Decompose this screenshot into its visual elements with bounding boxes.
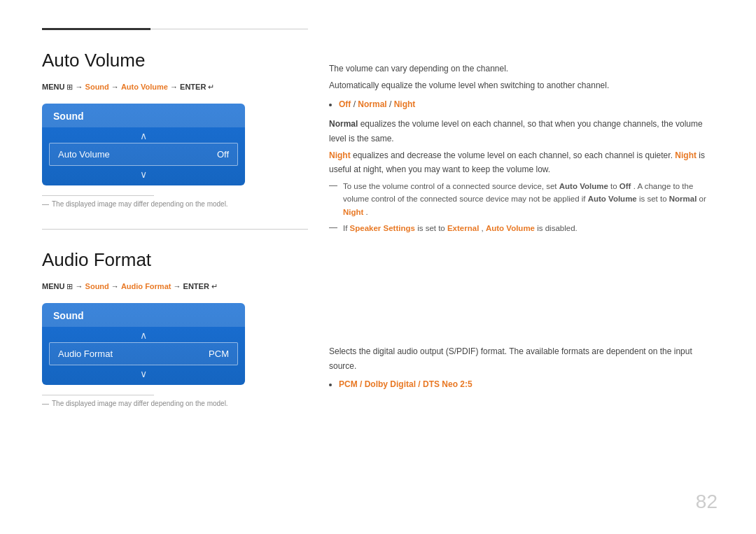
auto-volume-desc2: Automatically equalize the volume level … bbox=[329, 78, 721, 92]
para2-text1: equalizes and decrease the volume level … bbox=[351, 150, 676, 160]
note-row-2: — If Speaker Settings is set to External… bbox=[329, 222, 721, 234]
option-night: Night bbox=[394, 99, 416, 109]
menu-autovolume-link: Auto Volume bbox=[121, 83, 168, 91]
footnote-divider-1 bbox=[42, 195, 154, 196]
option-off: Off bbox=[339, 99, 351, 109]
note1-b4: Normal bbox=[669, 195, 697, 203]
menu-audioformat-link: Audio Format bbox=[121, 282, 172, 290]
audio-format-section: Audio Format MENU ⊞ → Sound → Audio Form… bbox=[42, 249, 308, 407]
auto-volume-options: Off / Normal / Night bbox=[339, 97, 721, 111]
note2-b3: Auto Volume bbox=[486, 224, 535, 232]
footnote-divider-2 bbox=[42, 395, 154, 395]
footnote-text-2: The displayed image may differ depending… bbox=[52, 400, 228, 407]
right-column: The volume can vary depending on the cha… bbox=[329, 28, 721, 506]
note-row-1: — To use the volume control of a connect… bbox=[329, 180, 721, 218]
note-text-1: To use the volume control of a connected… bbox=[343, 180, 721, 218]
note2-t2: is set to bbox=[417, 224, 447, 232]
note1-t4: is set to bbox=[639, 195, 669, 203]
menu-enter: ENTER bbox=[180, 83, 206, 91]
tv-menu-row-label-1: Auto Volume bbox=[58, 149, 110, 160]
audio-format-options-list: PCM / Dolby Digital / DTS Neo 2:5 bbox=[339, 377, 721, 391]
menu-keyword-2: MENU bbox=[42, 282, 64, 290]
auto-volume-section: Auto Volume MENU ⊞ → Sound → Auto Volume… bbox=[42, 50, 308, 208]
audio-option-pcm: PCM / Dolby Digital / DTS Neo 2:5 bbox=[339, 379, 472, 389]
tv-menu-row-2: Audio Format PCM bbox=[49, 342, 238, 365]
top-line-dark bbox=[42, 28, 150, 30]
note1-t2: to bbox=[610, 182, 620, 190]
audio-format-tv-menu: Sound Audio Format PCM bbox=[42, 303, 245, 385]
auto-volume-title: Auto Volume bbox=[42, 50, 308, 71]
top-decoration bbox=[42, 28, 308, 30]
footnote-1: The displayed image may differ depending… bbox=[42, 200, 308, 208]
note2-t1: If bbox=[343, 224, 350, 232]
tv-menu-header-2: Sound bbox=[42, 303, 245, 327]
note1-t6: . bbox=[366, 208, 368, 216]
tv-menu-row-value-2: PCM bbox=[209, 349, 229, 359]
chevron-up-1 bbox=[42, 127, 245, 143]
auto-volume-tv-menu: Sound Auto Volume Off bbox=[42, 104, 245, 185]
section-divider bbox=[42, 229, 308, 230]
menu-icon: ⊞ → bbox=[66, 83, 85, 91]
audio-format-options: PCM / Dolby Digital / DTS Neo 2:5 bbox=[339, 377, 721, 391]
tv-menu-row-label-2: Audio Format bbox=[58, 349, 113, 359]
menu-arrow3: → bbox=[111, 282, 121, 290]
note1-t5: or bbox=[699, 195, 706, 203]
note1-b5: Night bbox=[343, 208, 363, 216]
auto-volume-menu-path: MENU ⊞ → Sound → Auto Volume → ENTER ↵ bbox=[42, 81, 308, 94]
note1-t1: To use the volume control of a connected… bbox=[343, 182, 559, 190]
auto-volume-para2: Night equalizes and decrease the volume … bbox=[329, 148, 721, 177]
menu-enter-icon: ↵ bbox=[208, 83, 214, 91]
note1-b3: Auto Volume bbox=[588, 195, 637, 203]
note2-b2: External bbox=[447, 224, 479, 232]
menu-enter-2: ENTER bbox=[183, 282, 209, 290]
option-sep2: / bbox=[389, 99, 394, 109]
page-number: 82 bbox=[696, 491, 718, 513]
chevron-down-1 bbox=[42, 166, 245, 181]
audio-format-desc: Selects the digital audio output (S/PDIF… bbox=[329, 344, 721, 397]
para1-text: equalizes the volume level on each chann… bbox=[329, 119, 703, 143]
footnote-2: The displayed image may differ depending… bbox=[42, 400, 308, 407]
note-text-2: If Speaker Settings is set to External ,… bbox=[343, 222, 578, 234]
menu-sound-link-2: Sound bbox=[85, 282, 109, 290]
audio-format-menu-path: MENU ⊞ → Sound → Audio Format → ENTER ↵ bbox=[42, 281, 308, 293]
para1-label: Normal bbox=[329, 119, 358, 129]
menu-arrow2: → bbox=[170, 83, 180, 91]
audio-format-title: Audio Format bbox=[42, 249, 308, 271]
auto-volume-desc1: The volume can vary depending on the cha… bbox=[329, 62, 721, 76]
chevron-down-2 bbox=[42, 365, 245, 381]
menu-arrow4: → bbox=[173, 282, 183, 290]
menu-sound-link: Sound bbox=[85, 83, 109, 91]
left-column: Auto Volume MENU ⊞ → Sound → Auto Volume… bbox=[42, 28, 308, 506]
tv-menu-row-1: Auto Volume Off bbox=[49, 143, 238, 166]
chevron-up-2 bbox=[42, 327, 245, 342]
note-dash-1: — bbox=[329, 181, 337, 190]
note2-t4: is disabled. bbox=[537, 224, 578, 232]
auto-volume-desc: The volume can vary depending on the cha… bbox=[329, 62, 721, 238]
para2-label: Night bbox=[329, 150, 351, 160]
tv-menu-header-1: Sound bbox=[42, 104, 245, 127]
audio-format-desc1: Selects the digital audio output (S/PDIF… bbox=[329, 344, 721, 373]
menu-keyword: MENU bbox=[42, 83, 64, 91]
tv-menu-row-value-1: Off bbox=[217, 149, 229, 160]
menu-arrow1: → bbox=[111, 83, 121, 91]
top-line-light bbox=[150, 29, 308, 29]
note2-b1: Speaker Settings bbox=[350, 224, 415, 232]
para2-night2: Night bbox=[675, 150, 696, 160]
note1-b2: Off bbox=[620, 182, 631, 190]
auto-volume-para1: Normal equalizes the volume level on eac… bbox=[329, 117, 721, 146]
auto-volume-options-list: Off / Normal / Night bbox=[339, 97, 721, 111]
note-dash-2: — bbox=[329, 223, 337, 232]
option-normal: Normal bbox=[358, 99, 386, 109]
note1-b1: Auto Volume bbox=[559, 182, 608, 190]
footnote-text-1: The displayed image may differ depending… bbox=[52, 200, 228, 208]
menu-enter-icon-2: ↵ bbox=[211, 282, 218, 290]
menu-icon-2: ⊞ → bbox=[66, 282, 85, 290]
